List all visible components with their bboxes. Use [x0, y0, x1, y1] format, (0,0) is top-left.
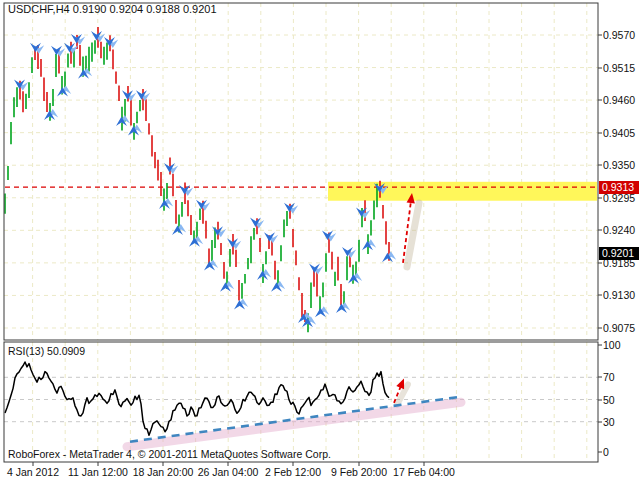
price-tick-label: 0.9515 [603, 62, 639, 74]
time-tick-label: 18 Jan 20:00 [133, 466, 194, 478]
chart-symbol-title: USDCHF,H4 0.9190 0.9204 0.9188 0.9201 [8, 3, 217, 15]
fractal-up-icon [71, 34, 85, 45]
fractal-up-icon [51, 46, 65, 57]
fractal-up-icon [264, 232, 278, 243]
rsi-tick-label: 0 [603, 446, 633, 458]
fractal-up-icon [342, 247, 356, 258]
price-bars [5, 27, 389, 332]
rsi-tick-label: 100 [603, 339, 633, 351]
fractal-down-icon [116, 115, 130, 126]
fractal-arrows [14, 31, 396, 327]
fractal-up-icon [212, 226, 226, 237]
time-tick-label: 9 Feb 20:00 [331, 466, 387, 478]
fractal-down-icon [57, 85, 71, 96]
rsi-tick-label: 30 [603, 416, 633, 428]
fractal-down-icon [234, 298, 248, 309]
fractal-down-icon [78, 68, 92, 79]
time-tick-label: 4 Jan 2012 [7, 466, 59, 478]
price-tick-label: 0.9350 [603, 159, 639, 171]
fractal-down-icon [336, 302, 350, 313]
fractal-down-icon [159, 198, 173, 209]
price-tick-label: 0.9405 [603, 127, 639, 139]
time-tick-label: 11 Jan 12:00 [68, 466, 128, 478]
fractal-down-icon [204, 259, 218, 270]
fractal-up-icon [284, 203, 298, 214]
fractal-up-icon [104, 37, 118, 48]
price-tick-label: 0.9130 [603, 289, 639, 301]
price-tick-label: 0.9460 [603, 94, 639, 106]
rsi-line [5, 362, 389, 435]
price-tick-label: 0.9240 [603, 224, 639, 236]
fractal-up-icon [309, 264, 323, 275]
fractal-down-icon [362, 239, 376, 250]
price-tick-label: 0.9570 [603, 29, 639, 41]
rsi-pane-border [4, 342, 598, 462]
fractal-down-icon [348, 272, 362, 283]
resistance-price-badge: 0.9313 [599, 181, 639, 194]
price-tick-label: 0.9075 [603, 322, 639, 334]
fractal-up-icon [14, 80, 28, 91]
copyright-text: RoboForex - MetaTrader 4, © 2001-2011 Me… [8, 448, 331, 460]
fractal-down-icon [315, 306, 329, 317]
fractal-up-icon [227, 238, 241, 249]
fractal-up-icon [122, 90, 136, 101]
rsi-tick-label: 50 [603, 394, 633, 406]
main-pane-border [4, 3, 598, 340]
rsi-indicator-label: RSI(13) 50.0909 [8, 345, 85, 357]
rsi-tick-label: 70 [603, 371, 633, 383]
target-zone[interactable] [328, 182, 597, 201]
fractal-up-icon [164, 163, 178, 174]
grid-lines [4, 3, 598, 462]
time-tick-label: 2 Feb 12:00 [265, 466, 321, 478]
fractal-down-icon [257, 269, 271, 280]
chart-canvas[interactable] [0, 0, 640, 480]
time-tick-label: 17 Feb 04:00 [393, 466, 455, 478]
fractal-down-icon [44, 109, 58, 120]
time-tick-label: 26 Jan 04:00 [198, 466, 259, 478]
mt4-chart-window: USDCHF,H4 0.9190 0.9204 0.9188 0.9201 RS… [0, 0, 640, 480]
current-price-badge: 0.9201 [599, 247, 639, 260]
rsi-trendline-shadow [127, 402, 461, 446]
